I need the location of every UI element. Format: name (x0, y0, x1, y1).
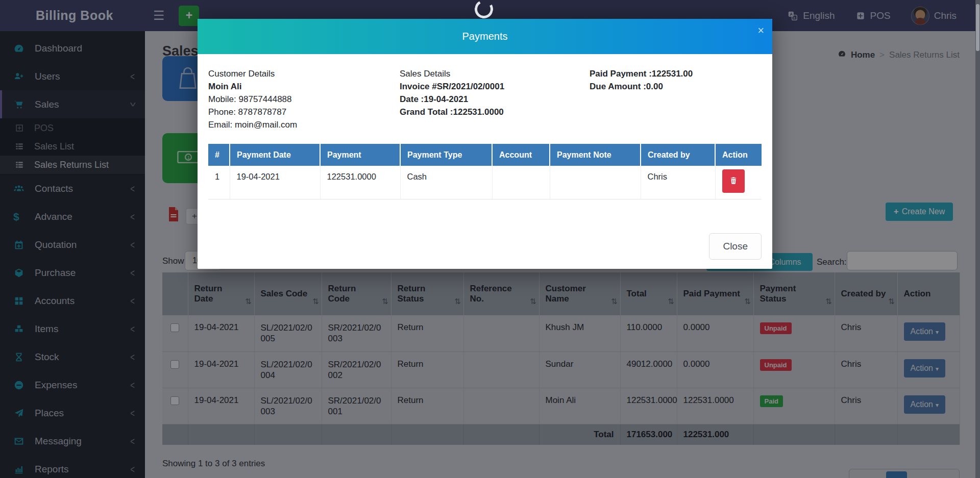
cell-num: 1 (208, 166, 230, 199)
header-action: Action (715, 144, 762, 166)
close-icon[interactable]: × (757, 24, 764, 37)
scrollbar-track[interactable] (975, 0, 980, 478)
payment-summary: Paid Payment :122531.00 Due Amount :0.00 (590, 67, 762, 131)
header-payment-note: Payment Note (550, 144, 641, 166)
scrollbar-thumb[interactable] (976, 4, 979, 51)
cell-payment: 122531.0000 (320, 166, 400, 199)
cell-payment-type: Cash (400, 166, 492, 199)
customer-details: Customer Details Moin Ali Mobile: 987574… (208, 67, 400, 131)
sales-details: Sales Details Invoice #SR/2021/02/0001 D… (400, 67, 590, 131)
cell-payment-date: 19-04-2021 (230, 166, 320, 199)
invoice-date: Date :19-04-2021 (400, 93, 590, 106)
header-payment-type: Payment Type (400, 144, 492, 166)
delete-payment-button[interactable] (722, 169, 745, 193)
cell-created-by: Chris (641, 166, 715, 199)
trash-icon (729, 176, 738, 187)
payment-row: 1 19-04-2021 122531.0000 Cash Chris (208, 166, 762, 199)
header-created-by: Created by (641, 144, 715, 166)
header-payment-date: Payment Date (230, 144, 320, 166)
payments-table: # Payment Date Payment Payment Type Acco… (208, 144, 762, 199)
modal-header: Payments × (198, 19, 772, 54)
cell-account (492, 166, 550, 199)
sales-details-heading: Sales Details (400, 67, 590, 80)
customer-phone: Phone: 8787878787 (208, 106, 400, 118)
customer-email: Email: moin@mail.com (208, 118, 400, 131)
cell-payment-note (550, 166, 641, 199)
grand-total: Grand Total :122531.0000 (400, 106, 590, 118)
customer-details-heading: Customer Details (208, 67, 400, 80)
modal-body: Customer Details Moin Ali Mobile: 987574… (198, 54, 772, 199)
due-amount: Due Amount :0.00 (590, 80, 762, 93)
customer-mobile: Mobile: 98757444888 (208, 93, 400, 106)
modal-close-button[interactable]: Close (709, 233, 762, 260)
customer-name: Moin Ali (208, 80, 400, 93)
payments-modal: Payments × Customer Details Moin Ali Mob… (198, 19, 772, 269)
paid-payment: Paid Payment :122531.00 (590, 67, 762, 80)
invoice-number: Invoice #SR/2021/02/0001 (400, 80, 590, 93)
modal-title: Payments (462, 31, 508, 42)
header-account: Account (492, 144, 550, 166)
header-num: # (208, 144, 230, 166)
payment-details: Customer Details Moin Ali Mobile: 987574… (208, 67, 762, 131)
payments-header-row: # Payment Date Payment Payment Type Acco… (208, 144, 762, 166)
header-payment: Payment (320, 144, 400, 166)
